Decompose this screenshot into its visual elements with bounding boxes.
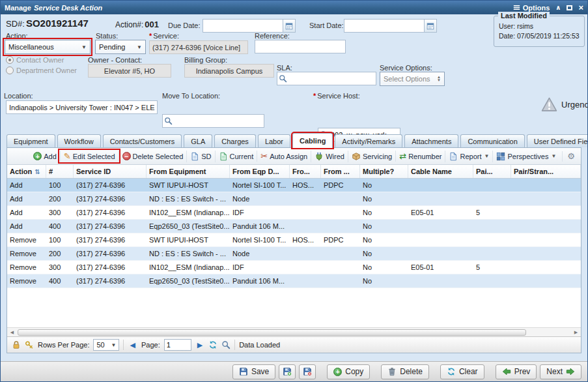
table-row[interactable]: Remove300(317) 274-6396IN102__ESM (India… [7, 261, 581, 274]
grid-icon [496, 152, 505, 161]
add-button[interactable]: +Add [30, 151, 60, 162]
save-and-close-button[interactable] [299, 364, 316, 379]
delete-selected-button[interactable]: −Delete Selected [119, 151, 187, 162]
column-header-label: # [49, 168, 53, 175]
tab-user-defined-fields[interactable]: User Defined Fields [527, 134, 588, 147]
tab-cabling[interactable]: Cabling [292, 133, 333, 148]
start-date-calendar-button[interactable] [425, 19, 437, 33]
column-header-action[interactable]: Action⇅ [7, 165, 46, 178]
edit-selected-button[interactable]: ✎Edit Selected [60, 151, 119, 162]
current-button[interactable]: Current [215, 151, 257, 162]
column-header-from[interactable]: From ... [321, 165, 360, 178]
tab-communication[interactable]: Communication [460, 134, 524, 147]
column-header-fro[interactable]: Fro... [290, 165, 321, 178]
tab-workflow[interactable]: Workflow [57, 134, 101, 147]
tab-equipment[interactable]: Equipment [7, 134, 55, 147]
table-cell: ND : ES : ES Switch - ... [147, 192, 230, 205]
delete-button[interactable]: Delete [381, 364, 429, 379]
scroll-left-button[interactable]: ◀ [7, 328, 17, 336]
column-header-cable-name[interactable]: Cable Name [408, 165, 473, 178]
location-value: Indianapolis > University Tower : IN047 … [6, 100, 158, 114]
refresh-icon[interactable] [208, 340, 217, 349]
table-cell [321, 192, 360, 205]
service-options-select[interactable]: Select Options ▲▼ [380, 72, 445, 86]
table-row[interactable]: Add200(317) 274-6396ND : ES : ES Switch … [7, 192, 581, 206]
form-header: SD#:SO201921147 Action#:001 Due Date: St… [1, 14, 587, 133]
options-menu-button[interactable]: Options [513, 4, 550, 12]
sd-button[interactable]: SD [186, 151, 214, 162]
servicing-button[interactable]: Servicing [348, 151, 395, 162]
toolbar-button-label: Servicing [363, 153, 392, 160]
close-button[interactable]: × [578, 3, 583, 12]
settings-gear-icon[interactable]: ⚙ [565, 152, 577, 160]
table-cell: 200 [46, 192, 74, 205]
sort-icon[interactable]: ⇅ [35, 168, 40, 175]
column-header-multiple[interactable]: Multiple? [360, 165, 408, 178]
toolbar-button-label: Wired [326, 153, 344, 160]
rows-per-page-select[interactable]: 50 ▼ [93, 339, 119, 351]
urgency-indicator[interactable]: Urgency [541, 96, 588, 113]
table-row[interactable]: Add400(317) 274-6396Eqp2650_03 (TestSite… [7, 220, 581, 233]
move-to-location-input[interactable] [162, 114, 264, 128]
table-cell [408, 233, 473, 246]
column-header-from-equipment[interactable]: From Equipment [147, 165, 230, 178]
action-number: Action#:001 [115, 20, 159, 29]
column-header-from-eqp-d[interactable]: From Eqp D... [230, 165, 290, 178]
start-date-input[interactable] [344, 19, 425, 33]
report-button[interactable]: Report▼ [445, 151, 492, 162]
table-cell: (317) 274-6396 [74, 220, 147, 233]
auto-assign-button[interactable]: ✂Auto Assign [257, 151, 311, 162]
table-row[interactable]: Remove200(317) 274-6396ND : ES : ES Swit… [7, 247, 581, 261]
tab-gla[interactable]: GLA [184, 134, 212, 147]
renumber-button[interactable]: ⇄Renumber [395, 151, 445, 162]
copy-button[interactable]: + Copy [327, 364, 370, 379]
department-owner-radio[interactable]: Department Owner [6, 66, 77, 74]
tab-activity-remarks[interactable]: Activity/Remarks [335, 134, 402, 147]
scroll-right-button[interactable]: ▶ [571, 328, 581, 336]
action-select[interactable]: Miscellaneous ▼ [5, 40, 91, 54]
page-number-input[interactable] [164, 339, 191, 351]
table-cell: IN102__ESM (Indianap... [147, 206, 230, 219]
save-and-new-button[interactable] [279, 364, 296, 379]
tab-attachments[interactable]: Attachments [404, 134, 458, 147]
tab-labor[interactable]: Labor [258, 134, 290, 147]
clear-button[interactable]: Clear [440, 364, 484, 379]
contact-owner-radio[interactable]: Contact Owner [6, 56, 64, 64]
collapse-button[interactable]: ∧ [555, 4, 561, 11]
column-header-[interactable]: # [46, 165, 74, 178]
table-cell: E05-01 [408, 261, 473, 274]
column-header-service-id[interactable]: Service ID [74, 165, 147, 178]
column-header-pair-stran[interactable]: Pair/Stran... [511, 165, 581, 178]
popout-button[interactable] [567, 5, 572, 10]
previous-page-button[interactable]: ◀ [128, 341, 137, 349]
save-button[interactable]: Save [232, 364, 275, 379]
horizontal-scrollbar[interactable]: ◀ ▶ [7, 327, 581, 336]
tab-contacts-customers[interactable]: Contacts/Customers [103, 134, 182, 147]
due-date-input[interactable] [203, 19, 283, 33]
next-button[interactable]: Next [540, 364, 581, 379]
scrollbar-thumb[interactable] [18, 329, 526, 336]
status-select[interactable]: Pending ▼ [95, 40, 146, 54]
perspectives-button[interactable]: Perspectives▼ [492, 151, 559, 162]
next-page-button[interactable]: ▶ [195, 341, 204, 349]
table-row[interactable]: Remove400(317) 274-6396Eqp2650_03 (TestS… [7, 274, 581, 288]
sla-input[interactable] [277, 72, 376, 85]
table-row[interactable]: Remove100(317) 274-6396SWT IUPUI-HOSTNor… [7, 233, 581, 247]
table-cell: Add [7, 192, 46, 205]
search-icon[interactable] [221, 340, 231, 349]
key-icon[interactable] [25, 340, 34, 349]
table-row[interactable]: Add100(317) 274-6396SWT IUPUI-HOSTNortel… [7, 179, 581, 192]
table-cell [511, 247, 581, 260]
calendar-icon [427, 22, 434, 30]
reference-input[interactable] [255, 40, 346, 53]
column-header-pai[interactable]: Pai... [473, 165, 511, 178]
lock-icon[interactable] [12, 340, 21, 349]
wired-button[interactable]: Wired [311, 151, 348, 162]
tab-charges[interactable]: Charges [214, 134, 256, 147]
remove-icon: − [122, 152, 131, 160]
scissors-icon: ✂ [260, 152, 268, 160]
due-date-calendar-button[interactable] [283, 19, 296, 33]
scrollbar-track[interactable] [17, 329, 571, 336]
prev-button[interactable]: Prev [496, 364, 537, 379]
table-row[interactable]: Add300(317) 274-6396IN102__ESM (Indianap… [7, 206, 581, 220]
